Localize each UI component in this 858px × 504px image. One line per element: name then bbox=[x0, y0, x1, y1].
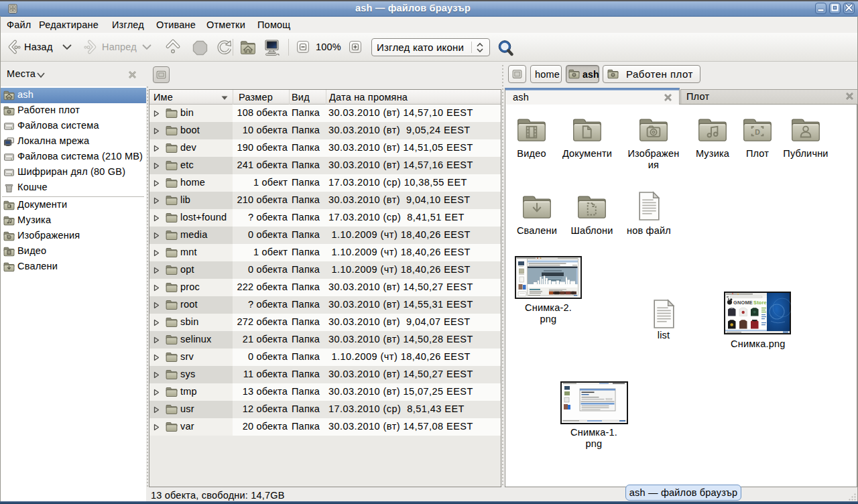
svg-text:GNOME: GNOME bbox=[733, 300, 753, 306]
svg-text:Store: Store bbox=[753, 300, 767, 306]
svg-text:D: D bbox=[755, 129, 760, 136]
